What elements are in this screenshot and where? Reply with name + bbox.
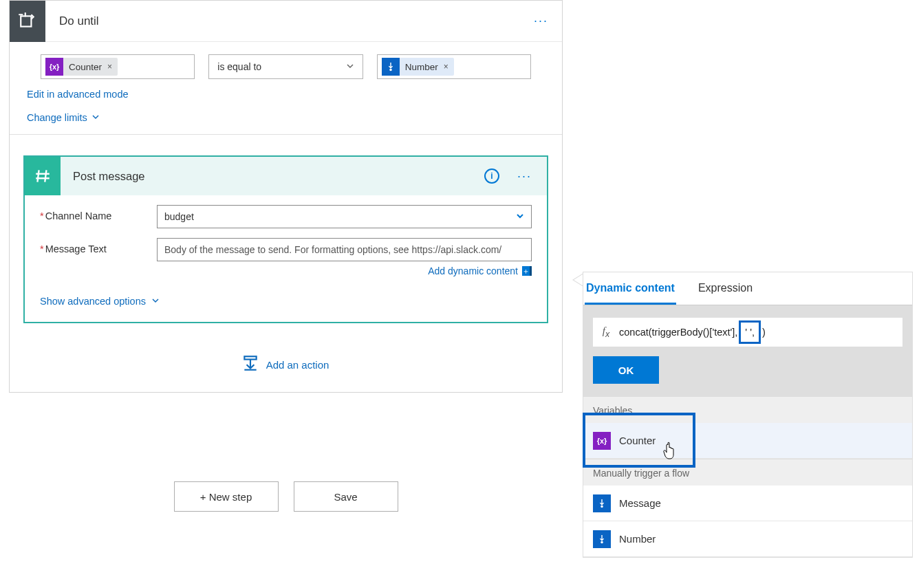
post-message-menu-button[interactable]: ··· (512, 166, 537, 186)
trigger-icon (593, 530, 611, 548)
svg-line-3 (45, 170, 46, 182)
svg-point-9 (601, 505, 603, 508)
edit-advanced-mode-link[interactable]: Edit in advanced mode (27, 89, 129, 100)
tab-dynamic-content[interactable]: Dynamic content (585, 282, 676, 305)
number-token-label: Number (405, 62, 438, 72)
slack-hash-icon (25, 157, 61, 195)
param-channel-value: budget (164, 211, 194, 222)
condition-left-input[interactable]: {x} Counter × (41, 54, 195, 79)
dynamic-content-tabs: Dynamic content Expression (583, 272, 912, 305)
svg-rect-0 (21, 16, 31, 26)
counter-token-label: Counter (69, 62, 102, 72)
token-label-message: Message (619, 497, 661, 509)
tab-expression[interactable]: Expression (697, 282, 754, 305)
number-token-remove[interactable]: × (444, 62, 448, 72)
variable-icon: {x} (45, 58, 63, 76)
post-message-action-card: Post message i ··· *Channel Name budget … (23, 155, 548, 323)
ok-button[interactable]: OK (593, 356, 659, 384)
add-action-link[interactable]: Add an action (266, 359, 329, 371)
change-limits-link[interactable]: Change limits (27, 112, 87, 123)
add-dynamic-content-link[interactable]: Add dynamic content (428, 265, 518, 276)
chevron-down-icon (516, 211, 524, 222)
chevron-down-icon (151, 296, 160, 307)
group-header-trigger: Manually trigger a flow (583, 459, 912, 486)
footer-buttons: + New step Save (9, 481, 563, 512)
do-until-menu-button[interactable]: ··· (528, 11, 554, 31)
post-message-header[interactable]: Post message i ··· (25, 157, 547, 195)
fx-icon: fx (593, 325, 619, 339)
group-header-variables: Variables (583, 396, 912, 423)
condition-operator-select[interactable]: is equal to (208, 54, 363, 79)
param-message-row: *Message Text (25, 228, 547, 261)
svg-line-2 (37, 170, 39, 182)
add-action-row[interactable]: Add an action (10, 337, 562, 392)
expression-editor-zone: fx concat(triggerBody()['text'],' ',) OK (583, 305, 912, 396)
counter-token-remove[interactable]: × (107, 62, 112, 72)
param-message-label: *Message Text (40, 238, 157, 254)
svg-point-10 (601, 541, 603, 543)
param-message-input[interactable] (157, 238, 532, 261)
save-button[interactable]: Save (294, 481, 398, 512)
token-row-counter[interactable]: {x} Counter (583, 423, 912, 459)
message-text-field[interactable] (164, 244, 524, 255)
svg-point-1 (389, 69, 392, 72)
condition-right-input[interactable]: Number × (377, 54, 531, 79)
param-channel-label: *Channel Name (40, 205, 157, 221)
dynamic-content-panel: Dynamic content Expression fx concat(tri… (583, 272, 913, 558)
counter-token-pill[interactable]: {x} Counter × (45, 58, 118, 76)
expression-text[interactable]: concat(triggerBody()['text'],' ',) (619, 327, 902, 338)
do-until-icon (10, 1, 45, 42)
show-advanced-options-link[interactable]: Show advanced options (40, 296, 146, 307)
expression-input-box[interactable]: fx concat(triggerBody()['text'],' ',) (593, 318, 902, 347)
do-until-title: Do until (45, 14, 528, 28)
token-row-number[interactable]: Number (583, 521, 912, 557)
trigger-icon (593, 494, 611, 512)
number-token-pill[interactable]: Number × (382, 58, 454, 76)
do-until-header[interactable]: Do until ··· (10, 1, 562, 42)
token-label-counter: Counter (619, 435, 656, 446)
add-action-icon (243, 354, 258, 375)
token-label-number: Number (619, 533, 656, 545)
new-step-button[interactable]: + New step (174, 481, 279, 512)
expression-highlight: ' ', (739, 320, 761, 344)
token-row-message[interactable]: Message (583, 486, 912, 521)
do-until-card: Do until ··· {x} Counter × is equal to (9, 0, 563, 393)
chevron-down-icon (346, 61, 354, 72)
condition-row: {x} Counter × is equal to Number × (10, 42, 562, 79)
add-dynamic-content-icon[interactable]: ＋ (522, 266, 532, 276)
chevron-down-icon (91, 112, 100, 123)
param-channel-input[interactable]: budget (157, 205, 532, 228)
post-message-title: Post message (61, 170, 484, 183)
param-channel-row: *Channel Name budget (25, 195, 547, 228)
variable-icon: {x} (593, 432, 611, 450)
info-icon[interactable]: i (484, 168, 499, 184)
trigger-icon (382, 58, 400, 76)
svg-rect-6 (244, 356, 256, 359)
condition-operator-label: is equal to (217, 61, 261, 72)
